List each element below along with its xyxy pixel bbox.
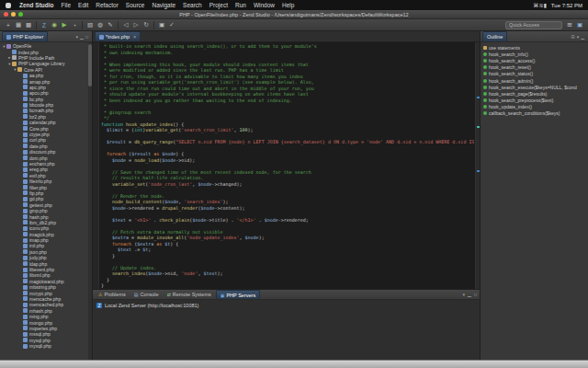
forward-icon[interactable]: ▷ — [131, 20, 141, 29]
view-menu-icon[interactable]: ▾ — [577, 34, 580, 40]
outline-item-hook-search-page-results[interactable]: hook_search_page($results) — [481, 90, 588, 97]
menu-help[interactable]: Help — [278, 2, 298, 8]
code-editor[interactable]: * built-in search index using search_ind… — [93, 42, 480, 289]
tab-outline[interactable]: Outline — [482, 31, 507, 41]
tab-problems[interactable]: ⚠Problems — [95, 290, 130, 299]
outline-item-callback-search-conditions-keys[interactable]: callback_search_conditions($keys) — [481, 110, 588, 117]
zend-server-icon[interactable]: Z — [40, 20, 49, 29]
tree-item-label: bbcode.php — [29, 102, 53, 108]
checkmark-icon[interactable]: ✓ — [167, 20, 176, 29]
refresh-icon[interactable]: ↻ — [141, 20, 151, 29]
php-perspective-icon[interactable]: ▣ — [575, 20, 584, 29]
save-icon[interactable]: ▦ — [14, 20, 23, 29]
explorer-scrollbar[interactable] — [88, 42, 92, 360]
close-button[interactable] — [4, 12, 8, 17]
code-line[interactable]: } — [101, 282, 474, 289]
tab-label: Remote Systems — [173, 292, 211, 297]
browser-icon[interactable]: ◍ — [96, 20, 105, 29]
outline-item-hook-search-reset[interactable]: hook_search_reset() — [481, 64, 588, 71]
open-perspective-icon[interactable]: ⊞ — [565, 20, 574, 29]
debug-icon[interactable]: ◉ — [50, 20, 59, 29]
close-tab-icon[interactable]: × — [133, 34, 136, 40]
tree-item-mysqli-php[interactable]: mysqli.php — [0, 343, 92, 349]
maximize-icon[interactable]: □ — [474, 292, 477, 297]
view-menu-icon[interactable]: ▾ — [463, 292, 466, 297]
tree-item-label: Core API — [24, 67, 42, 73]
overview-ruler[interactable] — [475, 42, 480, 289]
outline-item-hook-search-info[interactable]: hook_search_info() — [481, 51, 588, 57]
window-statusbar — [0, 360, 588, 368]
tree-item-label: amap.php — [29, 79, 50, 85]
menu-refactor[interactable]: Refactor — [92, 2, 122, 8]
menu-run[interactable]: Run — [232, 2, 250, 8]
quick-access-input[interactable] — [505, 21, 562, 29]
server-list-item[interactable]: Z Local Zend Server (http://localhost:10… — [93, 300, 480, 311]
tab-index-php[interactable]: *index.php × — [95, 31, 141, 41]
outline-item-hook-update-index[interactable]: hook_update_index() — [481, 104, 588, 110]
menu-zend-studio[interactable]: Zend Studio — [16, 2, 58, 8]
apple-menu-icon[interactable] — [6, 3, 11, 8]
bottom-panel: ⚠Problems▤Console⇄Remote Systems▣PHP Ser… — [93, 289, 480, 360]
zoom-button[interactable] — [18, 12, 23, 17]
maximize-icon[interactable]: □ — [85, 34, 88, 40]
outline-item-use-statements[interactable]: use statements — [481, 44, 588, 51]
menu-navigate[interactable]: Navigate — [148, 2, 179, 8]
collapse-all-icon[interactable]: ⊟ — [571, 34, 574, 40]
phpfile-icon — [23, 326, 28, 330]
new-project-icon[interactable]: ▧ — [85, 20, 95, 29]
menu-file[interactable]: File — [58, 2, 74, 8]
phpfile-icon — [23, 209, 28, 213]
scrollbar-thumb[interactable] — [88, 44, 92, 86]
profile-icon[interactable]: ◔ — [70, 20, 79, 29]
menu-project[interactable]: Project — [206, 2, 232, 8]
menubar-clock[interactable]: Tue 7:52 PM — [551, 3, 582, 8]
menu-edit[interactable]: Edit — [74, 2, 92, 8]
method-icon — [483, 111, 487, 115]
tab-label: PHP Servers — [226, 293, 255, 298]
tab-remote-systems[interactable]: ⇄Remote Systems — [164, 290, 215, 299]
outline-item-hook-search-preprocess-text[interactable]: hook_search_preprocess($text) — [481, 98, 588, 104]
tree-item-label: libevent.php — [29, 267, 54, 272]
overview-marker[interactable] — [477, 170, 480, 172]
overview-marker[interactable] — [477, 97, 480, 98]
tab-php-servers[interactable]: ▣PHP Servers — [216, 290, 260, 299]
outline-item-hook-search-status[interactable]: hook_search_status() — [481, 71, 588, 77]
view-menu-icon[interactable]: ▾ — [76, 34, 79, 40]
outline-item-hook-search-execute-keys-null-cond[interactable]: hook_search_execute($keys=NULL, $cond — [481, 84, 588, 90]
phpfile-icon — [23, 291, 28, 295]
phpfile-icon — [23, 268, 28, 272]
tree-item-label: enchant.php — [29, 161, 55, 167]
save-all-icon[interactable]: ▩ — [24, 20, 33, 29]
mark-occurrences-icon[interactable]: ▣ — [157, 20, 166, 29]
minimize-icon[interactable]: ▁ — [468, 292, 471, 297]
tree-item-label: ibm_db2.php — [29, 220, 56, 225]
menu-window[interactable]: Window — [250, 2, 278, 8]
annotation-icon[interactable]: ✎ — [106, 20, 115, 29]
tree-item-label: aa.php — [29, 73, 43, 78]
php-file-icon — [99, 35, 104, 40]
window-titlebar[interactable]: PHP - OpenFile/index.php - Zend Studio -… — [0, 10, 588, 19]
code-line[interactable]: $result = db_query_range("SELECT n.nid F… — [101, 139, 474, 145]
run-icon[interactable]: ▶ — [60, 20, 69, 29]
overview-marker[interactable] — [477, 126, 480, 128]
battery-icon[interactable]: ▮ — [544, 2, 547, 8]
menu-source[interactable]: Source — [122, 2, 149, 8]
tree-item-label: mqseries.php — [29, 326, 57, 331]
menubar-status-icons: ⌘≋▮ — [534, 2, 547, 8]
outline-item-hook-search-access[interactable]: hook_search_access() — [481, 57, 588, 63]
minimize-icon[interactable]: ▁ — [80, 34, 84, 40]
menu-search[interactable]: Search — [179, 2, 206, 8]
tree-item-label: imagick.php — [29, 232, 54, 237]
minimize-button[interactable] — [11, 12, 16, 17]
back-icon[interactable]: ◁ — [121, 20, 130, 29]
tab-php-explorer[interactable]: PHP Explorer — [2, 31, 48, 41]
tab-console[interactable]: ▤Console — [130, 290, 163, 299]
minimize-icon[interactable]: ▁ — [581, 34, 584, 40]
tree-item-label: gd.php — [29, 196, 43, 201]
main-toolbar: +▦▩Z◉▶◔▧◍✎◁▷↻▣✓ ⊞▣ — [0, 19, 588, 31]
menubar-menus: Zend StudioFileEditRefactorSourceNavigat… — [16, 2, 298, 8]
outline-item-hook-search-admin[interactable]: hook_search_admin() — [481, 77, 588, 84]
phpfile-icon — [23, 332, 28, 337]
bottom-tabs: ⚠Problems▤Console⇄Remote Systems▣PHP Ser… — [95, 290, 260, 299]
new-wizard-icon[interactable]: + — [4, 20, 13, 29]
